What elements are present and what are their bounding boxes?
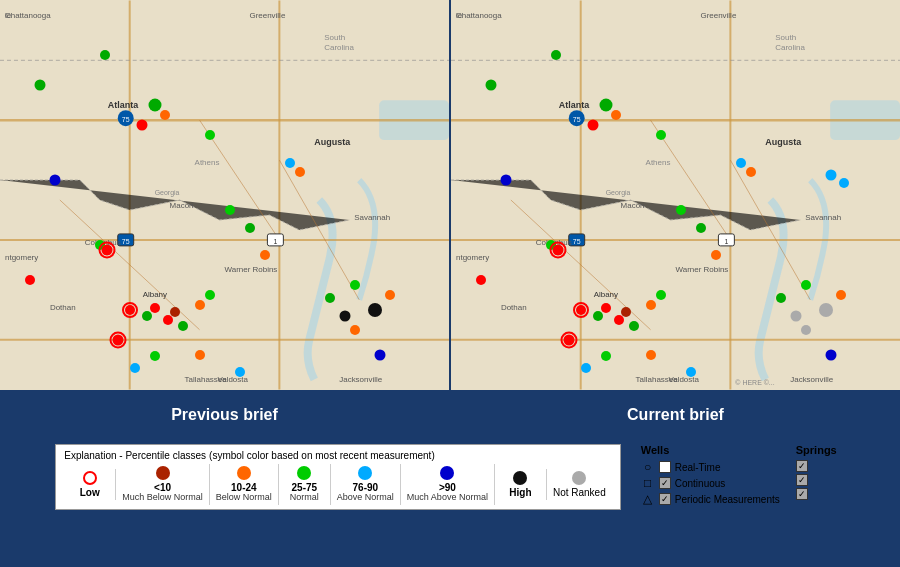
map-dot	[385, 290, 395, 300]
svg-text:Dothan: Dothan	[50, 303, 76, 312]
legend-item-low: Low	[64, 469, 116, 500]
wells-continuous-label: Continuous	[675, 478, 726, 489]
svg-text:1: 1	[724, 238, 728, 245]
map-dot	[646, 300, 656, 310]
wells-continuous-row: □ ✓ Continuous	[641, 476, 780, 490]
map-dot	[163, 315, 173, 325]
map-dot	[285, 158, 295, 168]
map-dot	[295, 167, 305, 177]
map-dot	[205, 130, 215, 140]
legend-sublabel-7690: Above Normal	[337, 493, 394, 503]
springs-row3: ✓	[796, 488, 837, 500]
legend-dot-lt10	[156, 466, 170, 480]
legend-container: Explanation - Percentile classes (symbol…	[0, 440, 900, 516]
map-dot	[601, 303, 611, 313]
maps-container: 1 75 75 Atlanta Columbus Albany Dothan W…	[0, 0, 900, 440]
svg-text:Greenville: Greenville	[249, 11, 285, 20]
map-dot	[600, 99, 613, 112]
legend-label-notranked: Not Ranked	[553, 487, 606, 498]
map-dot	[576, 305, 586, 315]
legend-item-2575: 25-75 Normal	[279, 464, 331, 505]
svg-text:Albany: Albany	[143, 290, 167, 299]
svg-text:Chattanooga: Chattanooga	[5, 11, 51, 20]
springs-checkbox-1[interactable]: ✓	[796, 460, 808, 472]
svg-text:Valdosta: Valdosta	[218, 375, 249, 384]
svg-text:Georgia: Georgia	[606, 189, 631, 197]
legend-dot-2575	[297, 466, 311, 480]
legend-sublabel-2575: Normal	[290, 493, 319, 503]
legend-items-row: Low <10 Much Below Normal 10-24 Below No…	[64, 464, 611, 505]
svg-text:ntgomery: ntgomery	[456, 253, 489, 262]
svg-text:Augusta: Augusta	[765, 137, 802, 147]
map-dot	[801, 280, 811, 290]
wells-periodic-row: △ ✓ Periodic Measurements	[641, 492, 780, 506]
legend-subtitle: (symbol color based on most recent measu…	[209, 450, 435, 461]
map-dot	[245, 223, 255, 233]
svg-text:1: 1	[273, 238, 277, 245]
svg-text:Jacksonville: Jacksonville	[790, 375, 834, 384]
map-dot	[350, 325, 360, 335]
map-dot	[149, 99, 162, 112]
map-dot	[325, 293, 335, 303]
left-map-title: Previous brief	[171, 406, 278, 424]
map-dot	[113, 335, 124, 346]
springs-row2: ✓	[796, 474, 837, 486]
legend-sublabel-lt10: Much Below Normal	[122, 493, 203, 503]
wells-realtime-row: ○ Real-Time	[641, 460, 780, 474]
map-dot	[100, 50, 110, 60]
svg-rect-35	[451, 0, 900, 389]
legend-dot-7690	[358, 466, 372, 480]
wells-continuous-symbol: □	[641, 476, 655, 490]
right-map-panel: 1 75 75 Atlanta Columbus Albany Dothan W…	[449, 0, 900, 440]
svg-text:Athens: Athens	[195, 158, 220, 167]
map-dot	[102, 245, 113, 256]
map-dot	[150, 303, 160, 313]
map-dot	[160, 110, 170, 120]
right-map-title: Current brief	[627, 406, 724, 424]
legend-item-notranked: Not Ranked	[547, 469, 612, 500]
svg-text:Albany: Albany	[594, 290, 618, 299]
map-dot	[260, 250, 270, 260]
svg-text:Athens: Athens	[646, 158, 671, 167]
map-dot	[225, 205, 235, 215]
map-dot	[656, 130, 666, 140]
svg-text:Dothan: Dothan	[501, 303, 527, 312]
map-dot	[826, 350, 837, 361]
map-dot	[646, 350, 656, 360]
svg-text:Carolina: Carolina	[775, 43, 805, 52]
legend-item-high: High	[495, 469, 547, 500]
map-dot	[839, 178, 849, 188]
map-dot	[629, 321, 639, 331]
legend-dot-1024	[237, 466, 251, 480]
map-dot	[836, 290, 846, 300]
map-dot	[25, 275, 35, 285]
svg-text:Augusta: Augusta	[314, 137, 351, 147]
map-dot	[564, 335, 575, 346]
map-dot	[170, 307, 180, 317]
wells-continuous-checkbox[interactable]: ✓	[659, 477, 671, 489]
wells-periodic-checkbox[interactable]: ✓	[659, 493, 671, 505]
map-dot	[801, 325, 811, 335]
springs-checkbox-2[interactable]: ✓	[796, 474, 808, 486]
legend-dot-high	[513, 471, 527, 485]
svg-text:South: South	[324, 33, 345, 42]
map-dot	[130, 363, 140, 373]
svg-text:Valdosta: Valdosta	[669, 375, 700, 384]
map-dot	[611, 110, 621, 120]
map-dot	[235, 367, 245, 377]
wells-realtime-checkbox[interactable]	[659, 461, 671, 473]
map-dot	[195, 300, 205, 310]
svg-text:Savannah: Savannah	[805, 213, 841, 222]
wells-realtime-symbol: ○	[641, 460, 655, 474]
legend-label-low: Low	[80, 487, 100, 498]
app-container: 1 75 75 Atlanta Columbus Albany Dothan W…	[0, 0, 900, 516]
svg-text:Macon: Macon	[170, 201, 194, 210]
map-dot	[686, 367, 696, 377]
springs-checkbox-3[interactable]: ✓	[796, 488, 808, 500]
map-dot	[791, 311, 802, 322]
right-map-label: Current brief	[451, 390, 900, 440]
svg-text:75: 75	[122, 238, 130, 245]
legend-sublabel-gt90: Much Above Normal	[407, 493, 488, 503]
svg-text:75: 75	[573, 116, 581, 123]
map-dot	[551, 50, 561, 60]
